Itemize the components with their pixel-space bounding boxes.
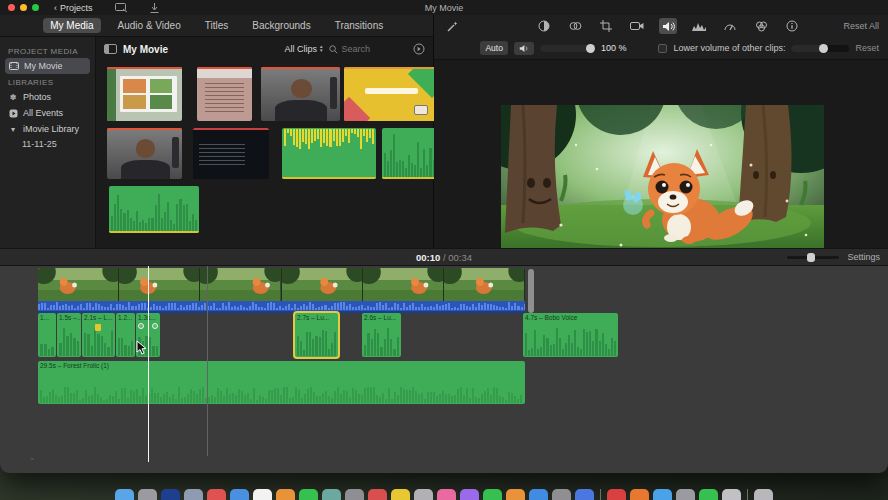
volume-icon[interactable] <box>659 18 677 34</box>
stabilization-icon[interactable] <box>628 18 646 34</box>
clip-info-icon[interactable] <box>783 18 801 34</box>
dock-app-icon[interactable] <box>653 489 672 500</box>
dock-app-icon[interactable] <box>161 489 180 500</box>
timeline-zoom-slider[interactable] <box>787 256 839 259</box>
mute-button[interactable] <box>514 42 534 55</box>
media-thumbnails <box>96 61 433 248</box>
crop-icon[interactable] <box>597 18 615 34</box>
sidebar-item-all-events[interactable]: All Events <box>0 105 95 121</box>
preview-frame[interactable]: Veo <box>501 105 824 263</box>
sidebar-item-imovie-library-label: iMovie Library <box>23 124 79 134</box>
all-events-icon <box>8 108 18 118</box>
browser-title: My Movie <box>123 44 168 55</box>
media-thumb-audio-2[interactable] <box>109 186 199 233</box>
audio-clip[interactable]: 2.1s – L... <box>82 313 115 357</box>
audio-clip-label: 2.7s – Lu... <box>295 313 338 322</box>
timeline-settings-button[interactable]: Settings <box>847 252 880 262</box>
media-thumb-promo-card[interactable] <box>344 67 439 121</box>
fade-handle[interactable] <box>138 323 144 329</box>
dock-app-icon[interactable] <box>575 489 594 500</box>
color-correction-icon[interactable] <box>566 18 584 34</box>
sidebar-item-photos-label: Photos <box>23 92 51 102</box>
dock-app-icon[interactable] <box>630 489 649 500</box>
dock-app-icon[interactable] <box>322 489 341 500</box>
tab-titles[interactable]: Titles <box>198 18 236 33</box>
dock-app-icon[interactable] <box>506 489 525 500</box>
tab-audio-video[interactable]: Audio & Video <box>111 18 188 33</box>
search-field[interactable] <box>329 44 407 54</box>
waveform <box>297 327 336 356</box>
mouse-cursor <box>136 340 147 355</box>
dock-app-icon[interactable] <box>368 489 387 500</box>
dock-app-icon[interactable] <box>184 489 203 500</box>
dock-app-icon[interactable] <box>414 489 433 500</box>
audio-clip[interactable]: 1.5s –... <box>57 313 81 357</box>
audio-clip[interactable]: 1.2... <box>116 313 135 357</box>
dock-app-icon[interactable] <box>552 489 571 500</box>
media-thumb-audio-loud[interactable] <box>282 128 376 179</box>
video-filmstrip[interactable] <box>38 268 525 301</box>
dock-app-icon[interactable] <box>276 489 295 500</box>
audio-clip[interactable]: 2.6s – Lu... <box>362 313 401 357</box>
dock-app-icon[interactable] <box>722 489 741 500</box>
timeline-marker-line <box>207 266 208 456</box>
speed-icon[interactable] <box>721 18 739 34</box>
noise-reduction-icon[interactable] <box>690 18 708 34</box>
dock-app-icon[interactable] <box>345 489 364 500</box>
media-thumb-fox-grid[interactable] <box>107 67 182 121</box>
auto-volume-button[interactable]: Auto <box>480 41 508 55</box>
audio-clip-label: 2.6s – Lu... <box>362 313 401 322</box>
background-music-clip[interactable]: 29.5s – Forest Frolic (1) <box>38 361 525 404</box>
waveform <box>111 192 197 232</box>
sidebar-item-imovie-library[interactable]: ▾ iMovie Library <box>0 121 95 137</box>
dock-app-icon[interactable] <box>138 489 157 500</box>
audio-clip[interactable]: 4.7s – Bobo Voice <box>523 313 618 357</box>
dock-app-icon[interactable] <box>253 489 272 500</box>
fade-handle[interactable] <box>152 323 158 329</box>
playhead[interactable] <box>148 266 149 462</box>
clip-end-handle[interactable] <box>528 269 534 313</box>
reset-button[interactable]: Reset <box>855 43 879 53</box>
media-thumb-screen-recording[interactable] <box>193 128 269 179</box>
dock-app-icon[interactable] <box>754 489 773 500</box>
audio-clip[interactable]: 2.7s – Lu... <box>295 313 338 357</box>
lower-volume-checkbox[interactable] <box>658 44 667 53</box>
dock-app-icon[interactable] <box>115 489 134 500</box>
audio-clip[interactable]: 1... <box>38 313 56 357</box>
sidebar-toggle-icon[interactable] <box>104 44 117 54</box>
enhance-wand-icon[interactable] <box>443 18 461 34</box>
lower-volume-slider[interactable] <box>791 45 849 52</box>
chevron-down-icon[interactable]: ▾ <box>8 124 18 134</box>
dock-app-icon[interactable] <box>391 489 410 500</box>
sidebar-item-photos[interactable]: ✽ Photos <box>0 89 95 105</box>
volume-percent: 100 % <box>601 43 627 53</box>
sidebar-item-my-movie[interactable]: My Movie <box>5 58 90 74</box>
color-balance-icon[interactable] <box>535 18 553 34</box>
volume-slider[interactable] <box>540 45 595 52</box>
dock-app-icon[interactable] <box>437 489 456 500</box>
dock-app-icon[interactable] <box>699 489 718 500</box>
dock-app-icon[interactable] <box>460 489 479 500</box>
sidebar-item-date[interactable]: 11-11-25 <box>0 137 95 151</box>
timeline[interactable]: 1...1.5s –...2.1s – L...1.2...1.3s...2.7… <box>0 266 888 473</box>
waveform <box>38 302 525 311</box>
clip-filter-icon[interactable] <box>752 18 770 34</box>
media-thumb-document[interactable] <box>197 67 252 121</box>
media-thumb-webcam-2[interactable] <box>107 128 182 179</box>
continuous-playback-icon[interactable] <box>413 43 425 55</box>
reset-all-button[interactable]: Reset All <box>843 21 879 31</box>
tab-my-media[interactable]: My Media <box>43 18 100 33</box>
tab-transitions[interactable]: Transitions <box>328 18 391 33</box>
search-input[interactable] <box>341 44 401 54</box>
dock-app-icon[interactable] <box>299 489 318 500</box>
dock-app-icon[interactable] <box>529 489 548 500</box>
dock-app-icon[interactable] <box>483 489 502 500</box>
updown-chevrons-icon: ▲▼ <box>319 45 323 53</box>
tab-backgrounds[interactable]: Backgrounds <box>245 18 317 33</box>
media-thumb-webcam-1[interactable] <box>261 67 340 121</box>
clip-filter-dropdown[interactable]: All Clips ▲▼ <box>284 44 323 54</box>
dock-app-icon[interactable] <box>607 489 626 500</box>
dock-app-icon[interactable] <box>230 489 249 500</box>
dock-app-icon[interactable] <box>676 489 695 500</box>
dock-app-icon[interactable] <box>207 489 226 500</box>
